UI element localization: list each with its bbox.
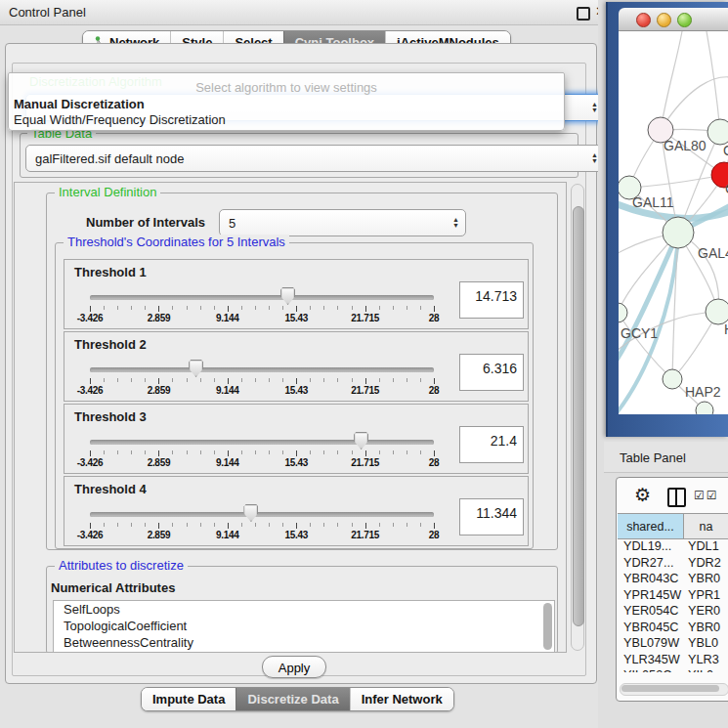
attributes-group-label: Attributes to discretize xyxy=(55,558,188,573)
network-canvas[interactable]: GAL80GCGAL11GAL4GCY1HHAP2 xyxy=(619,31,728,414)
table-row[interactable]: YDL19...YDL1 xyxy=(618,539,728,556)
slider-tick xyxy=(434,450,435,456)
network-node-label: GAL4 xyxy=(698,245,728,261)
threshold-value-field[interactable]: 14.713 xyxy=(459,281,524,319)
gear-icon[interactable]: ⚙ xyxy=(634,484,651,506)
table-horizontal-scrollbar[interactable] xyxy=(620,683,728,696)
close-window-button[interactable] xyxy=(636,13,651,27)
slider-tick xyxy=(352,378,353,382)
slider-tick xyxy=(393,378,394,382)
slider-tick xyxy=(337,378,338,382)
minimize-window-button[interactable] xyxy=(657,13,671,27)
table-row[interactable]: YBR043CYBR0 xyxy=(618,572,728,588)
float-window-icon[interactable] xyxy=(577,7,590,21)
numerical-attributes-list[interactable]: SelfLoopsTopologicalCoefficientBetweenne… xyxy=(53,600,555,653)
table-row[interactable]: YPR145WYPR1 xyxy=(618,588,728,605)
table-row[interactable]: YER054CYER0 xyxy=(618,604,728,621)
table-cell: YBL0 xyxy=(684,636,728,653)
slider-tick xyxy=(365,450,366,456)
slider-thumb[interactable] xyxy=(354,432,368,450)
network-edge[interactable] xyxy=(629,175,724,188)
threshold-slider[interactable]: -3.4262.8599.14415.4321.71528 xyxy=(90,356,434,397)
slider-tick-label: 21.715 xyxy=(351,457,379,468)
table-row[interactable]: YBR045CYBR0 xyxy=(618,621,728,637)
attribute-list-item[interactable]: SelfLoops xyxy=(54,601,554,618)
slider-tick xyxy=(352,306,353,310)
table-cell: YDR27... xyxy=(618,556,684,573)
slider-tick-label: 21.715 xyxy=(351,530,379,540)
settings-scroll-area: Interval Definition Number of Intervals … xyxy=(14,182,567,653)
table-cell: YPR1 xyxy=(684,588,728,605)
threshold-slider[interactable]: -3.4262.8599.14415.4321.71528 xyxy=(90,283,434,324)
network-node[interactable] xyxy=(663,217,694,248)
slider-tick xyxy=(269,450,270,454)
table-cell: YDL1 xyxy=(684,539,728,556)
threshold-slider[interactable]: -3.4262.8599.14415.4321.71528 xyxy=(90,500,434,541)
slider-tick xyxy=(255,523,256,527)
slider-track[interactable] xyxy=(90,367,434,372)
tab-discretize-data[interactable]: Discretize Data xyxy=(236,688,349,710)
slider-tick xyxy=(145,450,146,454)
table-column-header[interactable]: na xyxy=(684,513,728,539)
threshold-value-field[interactable]: 11.344 xyxy=(459,498,524,535)
network-node[interactable] xyxy=(619,303,627,322)
network-window-titlebar[interactable] xyxy=(619,8,728,31)
slider-thumb[interactable] xyxy=(280,287,295,305)
table-data-combo[interactable]: galFiltered.sif default node ▲▼ xyxy=(25,145,605,172)
slider-tick-label: 15.43 xyxy=(284,313,308,323)
combo-arrows-icon: ▲▼ xyxy=(591,102,598,113)
slider-tick xyxy=(393,523,394,527)
algorithm-option[interactable]: Manual Discretization xyxy=(14,97,145,111)
table-row[interactable]: YLR345WYLR3 xyxy=(618,653,728,669)
threshold-label: Threshold 1 xyxy=(74,265,147,279)
slider-tick xyxy=(131,306,132,310)
slider-tick xyxy=(145,523,146,527)
zoom-window-button[interactable] xyxy=(677,13,692,27)
algorithm-option[interactable]: Equal Width/Frequency Discretization xyxy=(14,112,226,127)
slider-track[interactable] xyxy=(90,295,434,300)
slider-tick-label: 9.144 xyxy=(216,313,239,323)
attribute-list-item[interactable]: BetweennessCentrality xyxy=(54,634,554,651)
table-cell: YDL19... xyxy=(618,539,684,556)
slider-tick xyxy=(323,523,324,527)
table-rows: YDL19...YDL1YDR27...YDR2YBR043CYBR0YPR14… xyxy=(618,539,728,672)
slider-tick xyxy=(200,306,201,310)
threshold-slider[interactable]: -3.4262.8599.14415.4321.71528 xyxy=(90,428,434,469)
combo-arrows-icon: ▲▼ xyxy=(452,217,459,229)
network-node-label: GCY1 xyxy=(621,325,658,341)
table-cell: YBR045C xyxy=(618,621,684,637)
settings-vertical-scrollbar[interactable] xyxy=(571,184,584,651)
slider-tick xyxy=(282,306,283,310)
number-of-intervals-combo[interactable]: 5 ▲▼ xyxy=(219,209,466,236)
slider-thumb[interactable] xyxy=(243,504,258,522)
scrollbar-thumb[interactable] xyxy=(621,685,719,692)
list-scrollbar-thumb[interactable] xyxy=(543,603,552,650)
tab-infer-network[interactable]: Infer Network xyxy=(350,688,453,710)
scrollbar-thumb[interactable] xyxy=(573,206,584,626)
apply-button[interactable]: Apply xyxy=(262,656,326,678)
slider-tick xyxy=(158,450,159,456)
table-row[interactable]: YIL052CYIL0 xyxy=(618,668,728,672)
table-row[interactable]: YDR27...YDR2 xyxy=(618,556,728,573)
network-node[interactable] xyxy=(696,402,713,414)
threshold-value-field[interactable]: 6.316 xyxy=(459,354,524,391)
slider-track[interactable] xyxy=(90,440,434,445)
table-cell: YDR2 xyxy=(684,556,728,573)
network-node[interactable] xyxy=(663,369,682,389)
slider-thumb[interactable] xyxy=(189,360,203,377)
table-toolbar: ⚙ ☑☑ xyxy=(617,478,728,513)
threshold-value-field[interactable]: 21.4 xyxy=(459,426,524,463)
attribute-list-item[interactable]: TopologicalCoefficient xyxy=(54,618,554,634)
select-checkboxes-icon[interactable]: ☑☑ xyxy=(694,489,719,502)
table-cell: YBR0 xyxy=(684,621,728,637)
slider-tick xyxy=(104,306,105,310)
slider-tick xyxy=(228,450,229,456)
network-view-frame[interactable]: GAL80GCGAL11GAL4GCY1HHAP2 xyxy=(606,2,728,437)
slider-tick xyxy=(255,306,256,310)
table-column-header[interactable]: shared... xyxy=(618,513,684,539)
columns-icon[interactable] xyxy=(667,488,686,507)
table-row[interactable]: YBL079WYBL0 xyxy=(618,636,728,653)
network-node[interactable] xyxy=(707,119,728,145)
slider-track[interactable] xyxy=(90,512,434,517)
tab-impute-data[interactable]: Impute Data xyxy=(142,688,236,710)
